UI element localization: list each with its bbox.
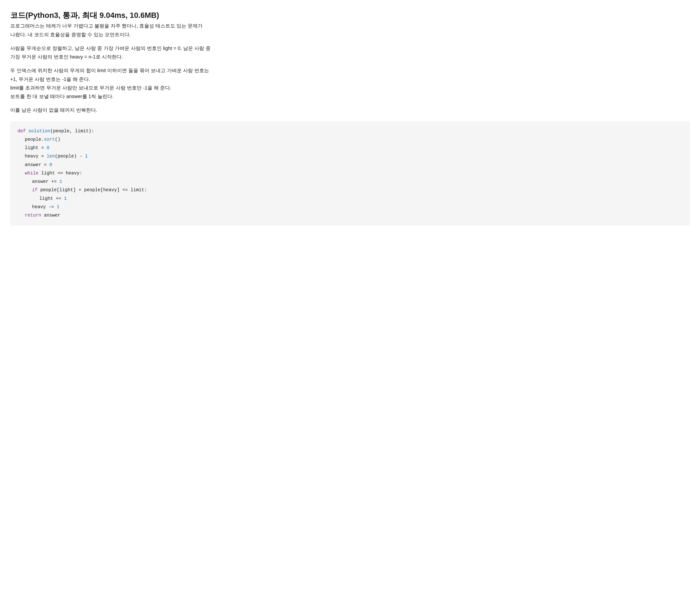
code-line-8: if people[light] + people[heavy] <= limi… [18,186,682,194]
code-block: def solution(people, limit): people.sort… [10,121,690,226]
code-line-4: heavy = len(people) - 1 [18,152,682,160]
page-container: 코드(Python3, 통과, 최대 9.04ms, 10.6MB) 프로그래머… [10,9,690,225]
code-line-5: answer = 0 [18,161,682,169]
code-line-7: answer += 1 [18,178,682,186]
code-line-6: while light <= heavy: [18,169,682,178]
paragraph-1: 프로그래머스는 테케가 너무 가볍다고 불평을 자주 했더니, 효율성 테스트도… [10,22,690,39]
code-line-11: return answer [18,211,682,220]
code-line-3: light = 0 [18,144,682,152]
paragraph-2: 사람을 무게순으로 정렬하고, 남은 사람 중 가장 가벼운 사람의 번호인 l… [10,44,690,61]
paragraph-3: 두 인덱스에 위치한 사람의 무게의 합이 limit 이하이면 둘을 묶어 보… [10,66,690,101]
code-line-10: heavy -= 1 [18,203,682,211]
code-line-2: people.sort() [18,135,682,144]
code-line-1: def solution(people, limit): [18,127,682,135]
page-title: 코드(Python3, 통과, 최대 9.04ms, 10.6MB) [10,9,690,22]
code-line-9: light += 1 [18,195,682,203]
paragraph-4: 이를 남은 사람이 없을 때까지 반복한다. [10,106,690,115]
